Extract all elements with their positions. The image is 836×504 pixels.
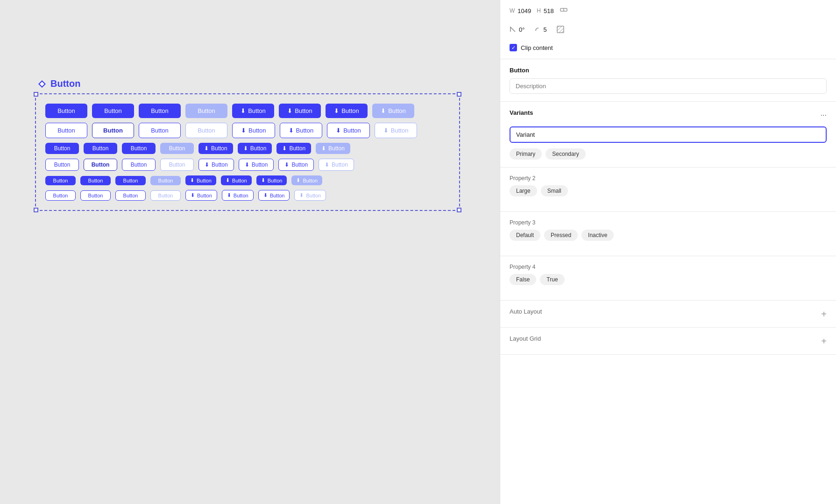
btn-outline-1[interactable]: Button bbox=[45, 123, 87, 138]
btn-filled-sm-icon-1[interactable]: ⬇ Button bbox=[198, 143, 233, 154]
btn-outline-xs-icon-inactive-1[interactable]: ⬇ Button bbox=[294, 190, 326, 201]
w-label: W bbox=[510, 7, 515, 14]
download-icon: ⬇ bbox=[296, 177, 300, 183]
btn-filled-primary-icon-1[interactable]: ⬇ Button bbox=[232, 104, 274, 118]
property2-section: Property 2 Large Small bbox=[500, 168, 836, 212]
download-icon: ⬇ bbox=[263, 192, 268, 198]
variant-tag-primary[interactable]: Primary bbox=[510, 148, 542, 160]
btn-filled-primary-icon-inactive-1[interactable]: ⬇ Button bbox=[372, 104, 414, 118]
btn-outline-xs-2[interactable]: Button bbox=[80, 190, 111, 201]
component-frame: Button Button Button Button ⬇ Button ⬇ B… bbox=[35, 93, 460, 211]
btn-filled-primary-2[interactable]: Button bbox=[92, 104, 134, 118]
btn-filled-sm-icon-3[interactable]: ⬇ Button bbox=[276, 143, 311, 154]
property3-tag-inactive[interactable]: Inactive bbox=[581, 230, 614, 241]
btn-outline-xs-icon-3[interactable]: ⬇ Button bbox=[258, 190, 290, 201]
property4-tag-false[interactable]: False bbox=[510, 274, 536, 285]
btn-filled-primary-icon-3[interactable]: ⬇ Button bbox=[326, 104, 368, 118]
button-row-1: Button Button Button Button ⬇ Button ⬇ B… bbox=[45, 104, 450, 118]
btn-outline-sm-icon-1[interactable]: ⬇ Button bbox=[198, 159, 234, 171]
property3-tag-pressed[interactable]: Pressed bbox=[544, 230, 578, 241]
btn-filled-xs-icon-3[interactable]: ⬇ Button bbox=[256, 175, 287, 185]
btn-filled-xs-1[interactable]: Button bbox=[45, 176, 76, 185]
btn-outline-xs-1[interactable]: Button bbox=[45, 190, 76, 201]
add-auto-layout-button[interactable]: + bbox=[821, 309, 827, 319]
btn-filled-sm-icon-inactive-1[interactable]: ⬇ Button bbox=[316, 143, 350, 154]
component-title: Button bbox=[50, 78, 80, 89]
btn-outline-icon-inactive-1[interactable]: ⬇ Button bbox=[375, 123, 418, 138]
variants-header: Variants ··· bbox=[510, 109, 827, 121]
btn-filled-xs-icon-1[interactable]: ⬇ Button bbox=[185, 175, 216, 185]
button-grid: Button Button Button Button ⬇ Button ⬇ B… bbox=[45, 104, 450, 201]
btn-outline-sm-icon-inactive-1[interactable]: ⬇ Button bbox=[319, 159, 354, 171]
canvas: Button Button Button Button Button ⬇ But… bbox=[0, 0, 500, 504]
btn-filled-xs-3[interactable]: Button bbox=[115, 176, 146, 185]
download-icon: ⬇ bbox=[204, 145, 209, 152]
btn-outline-sm-icon-2[interactable]: ⬇ Button bbox=[239, 159, 274, 171]
download-icon: ⬇ bbox=[321, 145, 326, 152]
corner-handle-bl[interactable] bbox=[34, 208, 38, 212]
h-label: H bbox=[537, 7, 541, 14]
description-input[interactable] bbox=[510, 78, 827, 94]
download-icon: ⬇ bbox=[287, 107, 292, 114]
btn-filled-xs-inactive-1[interactable]: Button bbox=[150, 176, 181, 185]
button-row-3: Button Button Button Button ⬇ Button ⬇ B… bbox=[45, 143, 450, 154]
w-value: 1049 bbox=[517, 7, 531, 14]
btn-filled-sm-2[interactable]: Button bbox=[84, 143, 117, 154]
btn-filled-xs-icon-inactive-1[interactable]: ⬇ Button bbox=[291, 175, 322, 185]
btn-filled-primary-1[interactable]: Button bbox=[45, 104, 87, 118]
btn-outline-sm-icon-3[interactable]: ⬇ Button bbox=[278, 159, 314, 171]
btn-outline-icon-3[interactable]: ⬇ Button bbox=[327, 123, 370, 138]
property2-tag-small[interactable]: Small bbox=[541, 185, 568, 196]
btn-outline-xs-3[interactable]: Button bbox=[115, 190, 146, 201]
download-icon: ⬇ bbox=[205, 161, 209, 168]
property3-label: Property 3 bbox=[510, 219, 827, 226]
corner-handle-tr[interactable] bbox=[457, 92, 461, 97]
clip-content-checkbox[interactable] bbox=[510, 44, 517, 51]
resize-group[interactable] bbox=[556, 25, 565, 34]
btn-outline-icon-1[interactable]: ⬇ Button bbox=[232, 123, 275, 138]
btn-outline-xs-icon-2[interactable]: ⬇ Button bbox=[222, 190, 254, 201]
btn-outline-icon-2[interactable]: ⬇ Button bbox=[280, 123, 323, 138]
corner-handle-tl[interactable] bbox=[34, 92, 38, 97]
btn-filled-xs-2[interactable]: Button bbox=[80, 176, 111, 185]
dimension-constrain-icon[interactable] bbox=[560, 6, 568, 16]
corner-handle-br[interactable] bbox=[457, 208, 461, 212]
more-options-icon[interactable]: ··· bbox=[821, 111, 827, 119]
btn-filled-primary-3[interactable]: Button bbox=[139, 104, 181, 118]
btn-outline-2[interactable]: Button bbox=[139, 123, 181, 138]
radius-icon bbox=[534, 26, 540, 33]
dimension-row: W 1049 H 518 bbox=[500, 0, 836, 21]
download-icon: ⬇ bbox=[289, 127, 294, 134]
btn-outline-inactive-1[interactable]: Button bbox=[185, 123, 227, 138]
component-section: Button bbox=[500, 59, 836, 102]
btn-outline-sm-pressed-1[interactable]: Button bbox=[84, 159, 117, 171]
property3-group: Property 3 Default Pressed Inactive bbox=[510, 219, 827, 241]
btn-outline-sm-inactive-1[interactable]: Button bbox=[160, 159, 194, 171]
btn-filled-sm-inactive-1[interactable]: Button bbox=[160, 143, 194, 154]
property4-section: Property 4 False True bbox=[500, 256, 836, 301]
btn-outline-sm-1[interactable]: Button bbox=[45, 159, 79, 171]
btn-outline-sm-2[interactable]: Button bbox=[122, 159, 156, 171]
layout-grid-row: Layout Grid + bbox=[500, 328, 836, 355]
btn-filled-sm-1[interactable]: Button bbox=[45, 143, 79, 154]
property2-tag-large[interactable]: Large bbox=[510, 185, 537, 196]
property4-label: Property 4 bbox=[510, 264, 827, 270]
btn-outline-xs-icon-1[interactable]: ⬇ Button bbox=[185, 190, 217, 201]
property4-tags: False True bbox=[510, 274, 827, 285]
button-row-4: Button Button Button Button ⬇ Button ⬇ B… bbox=[45, 159, 450, 171]
add-layout-grid-button[interactable]: + bbox=[821, 336, 827, 346]
btn-filled-primary-inactive-1[interactable]: Button bbox=[185, 104, 227, 118]
property3-tag-default[interactable]: Default bbox=[510, 230, 540, 241]
variants-title: Variants bbox=[510, 109, 533, 116]
variant-tag-secondary[interactable]: Secondary bbox=[546, 148, 585, 160]
btn-filled-sm-3[interactable]: Button bbox=[122, 143, 156, 154]
variant-name-input[interactable] bbox=[510, 126, 827, 143]
btn-filled-sm-icon-2[interactable]: ⬇ Button bbox=[238, 143, 272, 154]
btn-filled-xs-icon-2[interactable]: ⬇ Button bbox=[221, 175, 252, 185]
download-icon: ⬇ bbox=[383, 127, 389, 134]
btn-outline-pressed-1[interactable]: Button bbox=[92, 123, 134, 138]
btn-outline-xs-inactive-1[interactable]: Button bbox=[150, 190, 181, 201]
btn-filled-primary-icon-2[interactable]: ⬇ Button bbox=[279, 104, 321, 118]
property4-tag-true[interactable]: True bbox=[540, 274, 564, 285]
button-row-6: Button Button Button Button ⬇ Button ⬇ B… bbox=[45, 190, 450, 201]
